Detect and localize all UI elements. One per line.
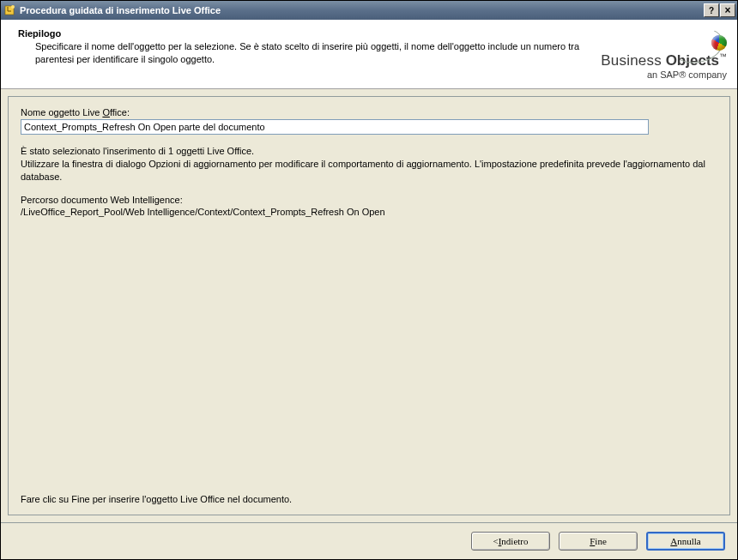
inner-panel: Nome oggetto Live Office: È stato selezi… [8,96,730,515]
help-button[interactable]: ? [704,3,719,17]
content-area: Nome oggetto Live Office: È stato selezi… [1,89,737,522]
app-icon [4,4,16,16]
brand-subtitle: an SAP® company [647,69,727,80]
path-info: Percorso documento Web Intelligence: /Li… [21,194,717,220]
cancel-button[interactable]: Annulla [646,532,725,551]
window-title: Procedura guidata di inserimento Live Of… [20,5,703,15]
titlebar-buttons: ? × [703,3,737,17]
help-icon: ? [709,6,714,15]
page-subtitle: Specificare il nome dell'oggetto per la … [18,40,584,66]
close-button[interactable]: × [720,3,735,17]
brand: Business Objects™ an SAP® company [601,28,727,80]
close-icon: × [724,6,730,15]
wizard-window: Procedura guidata di inserimento Live Of… [0,0,738,560]
finish-button[interactable]: Fine [559,532,638,551]
titlebar: Procedura guidata di inserimento Live Of… [1,1,737,20]
header-panel: Riepilogo Specificare il nome dell'ogget… [1,20,737,89]
path-label: Percorso documento Web Intelligence: [21,194,717,207]
header-text: Riepilogo Specificare il nome dell'ogget… [18,28,601,66]
path-value: /LiveOffice_Report_Pool/Web Intelligence… [21,206,717,219]
svg-point-1 [11,5,15,9]
selection-info: È stato selezionato l'inserimento di 1 o… [21,145,717,184]
back-button[interactable]: < Indietro [471,532,550,551]
hint-text: Fare clic su Fine per inserire l'oggetto… [21,494,717,504]
page-title: Riepilogo [18,28,584,39]
object-name-input[interactable] [21,119,649,135]
object-name-label: Nome oggetto Live Office: [21,107,717,117]
brand-logo-icon [703,32,727,56]
footer: < Indietro Fine Annulla [1,522,737,559]
